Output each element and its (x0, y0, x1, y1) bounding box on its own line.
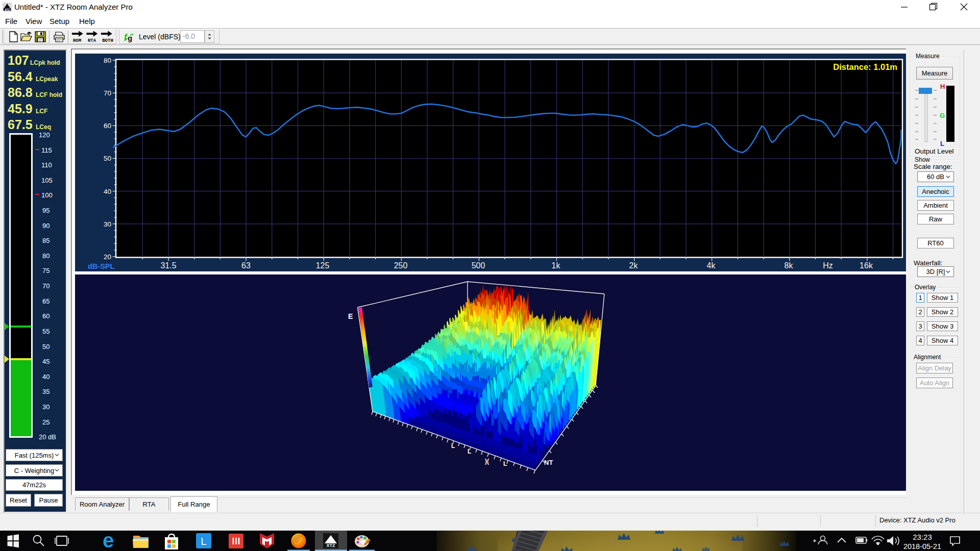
svg-text:H: H (940, 83, 945, 90)
svg-text:1k: 1k (552, 261, 561, 270)
svg-text:Distance: 1.01m: Distance: 1.01m (833, 62, 897, 71)
svg-text:16k: 16k (860, 261, 873, 270)
svg-text:65: 65 (42, 297, 50, 305)
svg-text:75: 75 (42, 267, 50, 274)
svg-text:dB-SPL: dB-SPL (88, 262, 115, 270)
svg-text:L: L (940, 140, 944, 147)
svg-text:95: 95 (42, 207, 50, 214)
svg-text:63: 63 (241, 261, 251, 270)
svg-text:LCpk hold: LCpk hold (30, 59, 60, 66)
svg-text:100: 100 (41, 191, 53, 199)
svg-text:2k: 2k (629, 261, 639, 270)
svg-text:2018-05-21: 2018-05-21 (903, 542, 941, 550)
svg-text:125: 125 (316, 261, 330, 270)
svg-text:G: G (940, 112, 945, 119)
svg-text:70: 70 (42, 282, 50, 290)
svg-text:8k: 8k (785, 261, 794, 270)
svg-text:70: 70 (104, 89, 111, 97)
svg-text:40: 40 (42, 373, 50, 381)
svg-text:90: 90 (42, 222, 50, 230)
svg-text:e: e (103, 531, 114, 551)
svg-text:31.5: 31.5 (160, 261, 176, 270)
svg-text:35: 35 (42, 388, 50, 395)
svg-text:LCeq: LCeq (36, 123, 51, 131)
svg-text:30: 30 (104, 220, 111, 228)
svg-text:105: 105 (41, 177, 53, 184)
svg-text:L: L (201, 535, 207, 547)
svg-text:LCF: LCF (36, 108, 47, 115)
svg-text:XTZ: XTZ (4, 8, 10, 11)
svg-text:)(: )( (485, 458, 489, 465)
svg-text:80: 80 (104, 57, 111, 64)
svg-text:500: 500 (472, 261, 485, 270)
svg-text:L: L (451, 442, 455, 449)
svg-text:23:23: 23:23 (913, 533, 932, 541)
svg-text:45: 45 (42, 358, 50, 365)
svg-text:107: 107 (8, 53, 29, 67)
svg-text:L: L (503, 460, 507, 467)
svg-text:67.5: 67.5 (8, 117, 33, 132)
svg-text:40: 40 (104, 188, 111, 195)
svg-text:20: 20 (104, 253, 111, 261)
svg-text:20 dB: 20 dB (39, 433, 56, 441)
svg-text:LCF hold: LCF hold (36, 91, 62, 98)
svg-text:50: 50 (104, 155, 111, 162)
svg-text:25: 25 (42, 418, 50, 426)
svg-text:XTZ: XTZ (327, 543, 336, 548)
svg-text:4k: 4k (707, 261, 716, 270)
svg-text:56.4: 56.4 (8, 69, 33, 84)
svg-text:85: 85 (42, 237, 50, 244)
svg-text:30: 30 (42, 403, 50, 411)
svg-text:60: 60 (42, 312, 50, 320)
svg-text:Hz: Hz (823, 261, 833, 270)
svg-text:250: 250 (394, 261, 408, 270)
svg-text:LCpeak: LCpeak (36, 76, 58, 83)
svg-text:E: E (348, 312, 353, 320)
svg-text:L: L (468, 448, 471, 455)
svg-text:120: 120 (39, 131, 50, 139)
svg-text:86.8: 86.8 (8, 85, 33, 99)
svg-text:RTA: RTA (88, 38, 96, 43)
svg-text:NT: NT (544, 459, 553, 466)
svg-text:60: 60 (104, 122, 111, 130)
svg-text:115: 115 (41, 146, 52, 154)
svg-text:110: 110 (41, 161, 52, 169)
svg-text:50: 50 (42, 343, 50, 350)
svg-text:BOTH: BOTH (102, 38, 113, 43)
svg-text:45.9: 45.9 (8, 102, 33, 116)
svg-text:55: 55 (42, 328, 50, 335)
svg-text:ROM: ROM (73, 38, 81, 43)
svg-text:80: 80 (42, 252, 50, 260)
